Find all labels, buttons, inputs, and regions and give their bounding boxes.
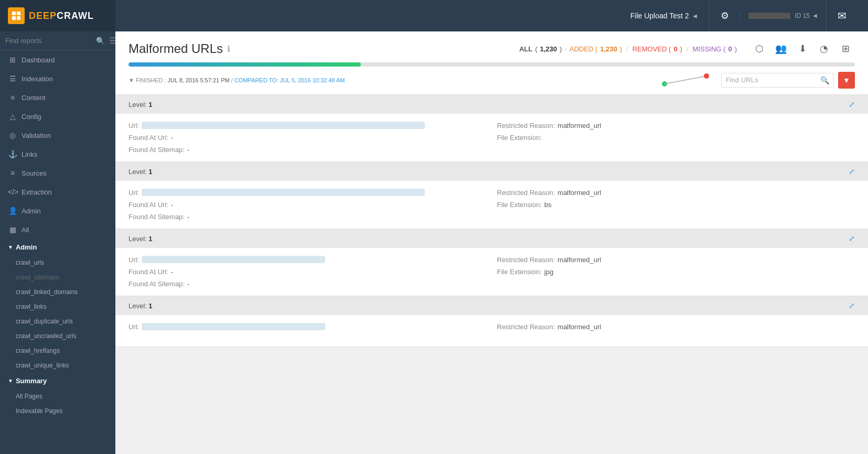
download-icon[interactable]: ⬇ <box>793 39 812 58</box>
sidebar-item-admin[interactable]: 👤 Admin <box>0 201 115 220</box>
right-header-area: 🔍 ▼ <box>654 71 855 89</box>
stat-removed-label[interactable]: REMOVED ( <box>633 45 671 53</box>
sidebar-item-links[interactable]: ⚓ Links <box>0 145 115 164</box>
url-search-input[interactable] <box>726 76 820 84</box>
found-at-sitemap-value: - <box>187 280 189 288</box>
sidebar-sub-crawl-unique-links[interactable]: crawl_unique_links <box>0 358 115 373</box>
users-icon[interactable]: 👥 <box>771 39 790 58</box>
sidebar-sub-crawl-links[interactable]: crawl_links <box>0 299 115 314</box>
url-label: Url: <box>128 323 139 331</box>
stat-missing-label[interactable]: MISSING ( <box>693 45 726 53</box>
found-at-url-value: - <box>171 201 173 209</box>
sidebar-sub-crawl-sitemaps[interactable]: crawl_sitemaps <box>0 270 115 285</box>
stat-all-label[interactable]: ALL <box>519 45 532 53</box>
admin-arrow-icon: ▼ <box>8 244 13 250</box>
project-arrow[interactable]: ◄ <box>692 12 699 20</box>
stat-missing-count: 0 <box>728 45 732 53</box>
restricted-reason-field: Restricted Reason: malformed_url <box>497 256 855 264</box>
result-group: Level: 1 ⤢ Url: Restricted Reason <box>115 296 868 347</box>
sidebar-sub-indexable-pages[interactable]: Indexable Pages <box>0 404 115 418</box>
sidebar-item-config[interactable]: △ Config <box>0 107 115 126</box>
right-fields: Restricted Reason: malformed_url File Ex… <box>497 122 855 154</box>
found-at-url-value: - <box>171 268 173 276</box>
progress-bar-fill <box>128 62 361 67</box>
page-title: Malformed URLs ℹ <box>128 41 230 56</box>
result-level-header: Level: 1 ⤢ <box>115 296 868 315</box>
file-extension-label: File Extension: <box>497 134 542 142</box>
sidebar-item-extraction[interactable]: </> Extraction <box>0 182 115 201</box>
restricted-reason-label: Restricted Reason: <box>497 323 555 331</box>
stat-all-close-paren: ) <box>560 45 562 53</box>
search-input[interactable] <box>5 37 93 45</box>
svg-rect-3 <box>17 16 20 20</box>
expand-icon[interactable]: ⤢ <box>849 301 855 310</box>
results-area: Level: 1 ⤢ Url: Found At Url: - <box>115 95 868 454</box>
level-label: Level: 1 <box>128 168 153 176</box>
admin-icon: 👤 <box>8 207 17 215</box>
url-search-icon[interactable]: 🔍 <box>820 76 829 84</box>
user-area: ID 15 ◄ <box>740 12 826 19</box>
admin-section-header[interactable]: ▼ Admin <box>0 239 115 255</box>
expand-icon[interactable]: ⤢ <box>849 100 855 109</box>
sidebar-item-indexation[interactable]: ☰ Indexation <box>0 69 115 88</box>
search-icon[interactable]: 🔍 <box>96 37 105 45</box>
share-icon[interactable]: ⬡ <box>750 39 769 58</box>
found-at-url-field: Found At Url: - <box>128 201 487 209</box>
sidebar-item-validation[interactable]: ◎ Validation <box>0 126 115 145</box>
links-icon: ⚓ <box>8 150 17 158</box>
logo-icon <box>8 7 25 24</box>
settings-button[interactable]: ⚙ <box>709 0 740 31</box>
sidebar-item-all[interactable]: ▦ All <box>0 220 115 239</box>
config-icon: △ <box>8 112 17 121</box>
summary-section-header[interactable]: ▼ Summary <box>0 373 115 389</box>
restricted-reason-value: malformed_url <box>558 256 601 264</box>
sidebar-item-sources[interactable]: ≡ Sources <box>0 164 115 182</box>
mail-button[interactable]: ✉ <box>826 0 858 31</box>
svg-rect-2 <box>12 16 16 20</box>
search-area: 🔍 ☰ <box>0 31 115 50</box>
found-at-sitemap-field: Found At Sitemap: - <box>128 146 487 154</box>
mini-chart <box>654 71 717 89</box>
finished-label: ▼ FINISHED : <box>128 77 167 83</box>
right-fields: Restricted Reason: malformed_url <box>497 323 855 331</box>
summary-arrow-icon: ▼ <box>8 378 13 384</box>
page-header: Malformed URLs ℹ ALL ( 1,230 ) › ADDED (… <box>115 31 868 95</box>
found-at-url-field: Found At Url: - <box>128 134 487 142</box>
sidebar-sub-crawl-duplicate-urls[interactable]: crawl_duplicate_urls <box>0 314 115 329</box>
restricted-reason-label: Restricted Reason: <box>497 189 555 197</box>
file-extension-label: File Extension: <box>497 268 542 276</box>
grid-icon[interactable]: ⊞ <box>836 39 855 58</box>
url-value <box>142 189 425 196</box>
sidebar-item-content[interactable]: ≡ Content <box>0 88 115 107</box>
sidebar-sub-all-pages[interactable]: All Pages <box>0 389 115 404</box>
hamburger-icon[interactable]: ☰ <box>109 36 115 46</box>
restricted-reason-field: Restricted Reason: malformed_url <box>497 323 855 331</box>
url-value <box>142 256 325 263</box>
sidebar-sub-crawl-linked-domains[interactable]: crawl_linked_domains <box>0 285 115 299</box>
sidebar-sub-crawl-hreflangs[interactable]: crawl_hreflangs <box>0 343 115 358</box>
progress-bar-area <box>128 62 855 67</box>
restricted-reason-value: malformed_url <box>558 189 601 197</box>
date-row: ▼ FINISHED : JUL 8, 2016 5:57:21 PM / CO… <box>128 71 855 89</box>
url-field: Url: <box>128 122 487 129</box>
sidebar-sub-crawl-uncrawled-urls[interactable]: crawl_uncrawled_urls <box>0 329 115 343</box>
chart-icon[interactable]: ◔ <box>815 39 833 58</box>
info-icon[interactable]: ℹ <box>227 44 230 54</box>
date-info: ▼ FINISHED : JUL 8, 2016 5:57:21 PM / CO… <box>128 77 345 83</box>
expand-icon[interactable]: ⤢ <box>849 234 855 243</box>
sources-icon: ≡ <box>8 169 17 177</box>
sidebar-item-dashboard[interactable]: ⊞ Dashboard <box>0 50 115 69</box>
stat-added-label[interactable]: ADDED ( <box>570 45 597 53</box>
user-arrow[interactable]: ◄ <box>812 12 818 19</box>
filter-button[interactable]: ▼ <box>838 72 855 89</box>
top-header: DEEPCRAWL File Upload Test 2 ◄ ⚙ ID 15 ◄… <box>0 0 868 31</box>
right-fields: Restricted Reason: malformed_url File Ex… <box>497 256 855 288</box>
expand-icon[interactable]: ⤢ <box>849 167 855 176</box>
file-extension-value: jpg <box>544 268 553 276</box>
result-level-header: Level: 1 ⤢ <box>115 229 868 248</box>
sidebar-sub-crawl-urls[interactable]: crawl_urls <box>0 255 115 270</box>
logo-area: DEEPCRAWL <box>0 0 115 31</box>
svg-rect-1 <box>17 12 20 15</box>
logo-text: DEEPCRAWL <box>29 10 94 21</box>
url-field: Url: <box>128 256 487 264</box>
